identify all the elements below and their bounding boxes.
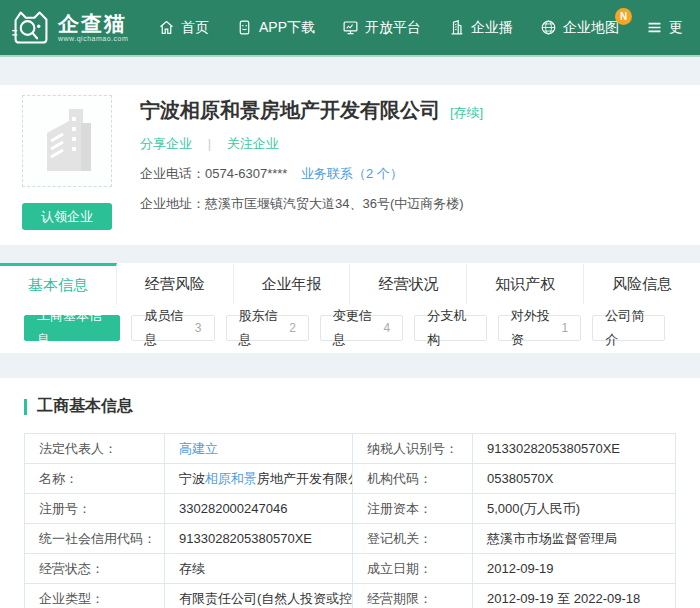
spacer-band [0, 353, 700, 378]
building-icon [448, 19, 465, 36]
follow-company-link[interactable]: 关注企业 [227, 136, 279, 151]
tab-annual-report[interactable]: 企业年报 [234, 263, 351, 304]
tab-business-risk[interactable]: 经营风险 [117, 263, 234, 304]
legal-rep-link[interactable]: 高建立 [179, 441, 218, 456]
row-value-2: 9133028205380570XE [473, 434, 676, 464]
row-value-1: 宁波相原和景房地产开发有限公司 [165, 464, 353, 494]
nav-item-company-map[interactable]: 企业地图N [540, 19, 619, 37]
row-label-2: 经营期限： [353, 584, 473, 608]
row-label-1: 经营状态： [25, 554, 165, 584]
tab-operating-status[interactable]: 经营状况 [350, 263, 467, 304]
row-value-1: 高建立 [165, 434, 353, 464]
subtab-label: 成员信息 [144, 304, 190, 352]
nav-label: 开放平台 [365, 19, 421, 37]
company-address-row: 企业地址：慈溪市匡堰镇汽贸大道34、36号(中迈商务楼) [140, 195, 483, 213]
nav-item-company-broadcast[interactable]: 企业播 [448, 19, 513, 37]
row-label-1: 统一社会信用代码： [25, 524, 165, 554]
table-row: 注册号：330282000247046注册资本：5,000(万人民币) [25, 494, 676, 524]
nav-item-open-platform[interactable]: 开放平台 [342, 19, 421, 37]
spacer-band [0, 57, 700, 85]
top-header: 企查猫 www.qichamao.com 首页APP下载开放平台企业播企业地图N… [0, 0, 700, 57]
subtab-business-basic[interactable]: 工商基本信息 [24, 315, 120, 341]
row-label-2: 登记机关： [353, 524, 473, 554]
row-value-2: 05380570X [473, 464, 676, 494]
home-icon [158, 19, 175, 36]
company-phone-row: 企业电话：0574-6307**** 业务联系（2 个） [140, 165, 483, 183]
business-contact-link[interactable]: 业务联系（2 个） [301, 166, 403, 181]
tab-intellectual-property[interactable]: 知识产权 [467, 263, 584, 304]
row-value-2: 2012-09-19 [473, 554, 676, 584]
monitor-icon [342, 19, 359, 36]
row-label-2: 注册资本： [353, 494, 473, 524]
link-divider: | [208, 136, 211, 151]
site-url: www.qichamao.com [58, 35, 128, 42]
nav-item-app-download[interactable]: APP下载 [236, 19, 315, 37]
subtab-outbound-investment[interactable]: 对外投资1 [498, 315, 581, 341]
business-info-table: 法定代表人：高建立纳税人识别号：9133028205380570XE名称：宁波相… [24, 433, 676, 608]
row-value-1: 9133028205380570XE [165, 524, 353, 554]
main-tab-bar: 基本信息经营风险企业年报经营状况知识产权风险信息 [0, 263, 700, 304]
subtab-label: 变更信息 [333, 304, 379, 352]
row-value-1: 330282000247046 [165, 494, 353, 524]
company-status-badge: [存续] [450, 104, 483, 122]
section-accent-bar [24, 399, 27, 415]
phone-icon [236, 19, 253, 36]
nav-label: APP下载 [259, 19, 315, 37]
globe-icon [540, 19, 557, 36]
cat-logo-icon [10, 10, 52, 46]
nav-label: 企业播 [471, 19, 513, 37]
nav-label: 更 [669, 19, 683, 37]
subtab-count: 1 [562, 316, 569, 340]
subtab-count: 3 [195, 316, 202, 340]
subtab-label: 工商基本信息 [37, 304, 107, 352]
row-value-1: 存续 [165, 554, 353, 584]
company-summary-card: 认领企业 宁波相原和景房地产开发有限公司 [存续] 分享企业 | 关注企业 企业… [0, 85, 700, 245]
address-value: 慈溪市匡堰镇汽贸大道34、36号(中迈商务楼) [205, 196, 464, 211]
tab-label: 经营状况 [378, 275, 438, 294]
table-row: 企业类型：有限责任公司(自然人投资或控股)经营期限：2012-09-19 至 2… [25, 584, 676, 608]
subtab-changes[interactable]: 变更信息4 [320, 315, 403, 341]
row-value-2: 慈溪市市场监督管理局 [473, 524, 676, 554]
main-nav: 首页APP下载开放平台企业播企业地图N更 [158, 19, 700, 37]
subtab-label: 对外投资 [511, 304, 557, 352]
nav-label: 企业地图 [563, 19, 619, 37]
keyword-highlight: 相原和景 [205, 471, 257, 486]
row-value-1: 有限责任公司(自然人投资或控股) [165, 584, 353, 608]
tab-label: 知识产权 [495, 275, 555, 294]
subtab-count: 2 [289, 316, 296, 340]
nav-item-more[interactable]: 更 [646, 19, 683, 37]
page: 企查猫 www.qichamao.com 首页APP下载开放平台企业播企业地图N… [0, 0, 700, 608]
subtab-shareholders[interactable]: 股东信息2 [226, 315, 309, 341]
subtab-label: 股东信息 [239, 304, 285, 352]
share-company-link[interactable]: 分享企业 [140, 136, 192, 151]
row-value-2: 2012-09-19 至 2022-09-18 [473, 584, 676, 608]
menu-icon [646, 19, 663, 36]
address-label: 企业地址： [140, 196, 205, 211]
table-row: 名称：宁波相原和景房地产开发有限公司机构代码：05380570X [25, 464, 676, 494]
section-title-text: 工商基本信息 [37, 396, 133, 417]
subtab-branches[interactable]: 分支机构 [414, 315, 487, 341]
table-row: 法定代表人：高建立纳税人识别号：9133028205380570XE [25, 434, 676, 464]
content-card: 工商基本信息 法定代表人：高建立纳税人识别号：9133028205380570X… [0, 378, 700, 608]
row-label-1: 注册号： [25, 494, 165, 524]
tab-label: 风险信息 [612, 275, 672, 294]
sub-tab-bar: 工商基本信息成员信息3股东信息2变更信息4分支机构对外投资1公司简介 [0, 304, 700, 353]
row-value-2: 5,000(万人民币) [473, 494, 676, 524]
tab-label: 基本信息 [28, 276, 88, 295]
tab-label: 企业年报 [262, 275, 322, 294]
tab-basic-info[interactable]: 基本信息 [0, 263, 117, 304]
row-label-1: 名称： [25, 464, 165, 494]
claim-company-button[interactable]: 认领企业 [22, 203, 112, 230]
tab-label: 经营风险 [145, 275, 205, 294]
site-logo[interactable]: 企查猫 www.qichamao.com [0, 10, 158, 46]
subtab-members[interactable]: 成员信息3 [131, 315, 214, 341]
spacer-band [0, 245, 700, 263]
phone-label: 企业电话： [140, 166, 205, 181]
row-label-1: 法定代表人： [25, 434, 165, 464]
row-label-2: 机构代码： [353, 464, 473, 494]
building-placeholder-icon [35, 105, 99, 177]
nav-item-home[interactable]: 首页 [158, 19, 209, 37]
tab-risk-info[interactable]: 风险信息 [584, 263, 700, 304]
subtab-company-profile[interactable]: 公司简介 [592, 315, 665, 341]
row-label-2: 成立日期： [353, 554, 473, 584]
